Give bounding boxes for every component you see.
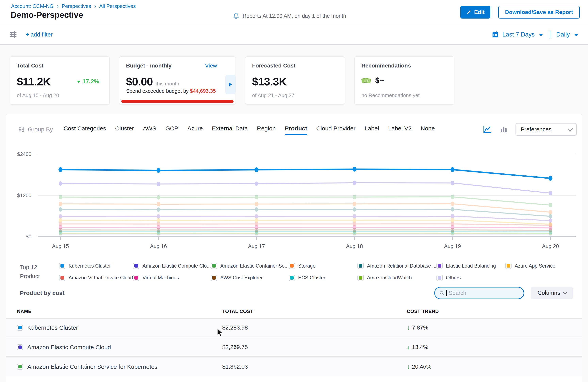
bell-icon: [233, 12, 239, 20]
budget-progress-bar: [121, 100, 233, 103]
tab-none[interactable]: None: [421, 125, 435, 134]
bar-chart-icon[interactable]: [499, 125, 508, 134]
tab-cost-categories[interactable]: Cost Categories: [64, 125, 106, 134]
tab-cluster[interactable]: Cluster: [115, 125, 134, 134]
color-swatch: [211, 263, 217, 269]
legend-label: AWS Cost Explorer: [220, 275, 263, 281]
table-row-kubernetes-cluster[interactable]: Kubernetes Cluster$2,283.98↓7.87%: [6, 319, 582, 337]
filter-bar: + add filter Last 7 Days Daily: [0, 25, 588, 45]
row-total-cost: $2,269.75: [222, 344, 407, 350]
columns-dropdown[interactable]: Columns: [531, 287, 573, 299]
tab-cloud-provider[interactable]: Cloud Provider: [316, 125, 356, 134]
recommendations-empty-text: no Recommendations yet: [361, 92, 420, 98]
add-filter-button[interactable]: + add filter: [26, 31, 53, 38]
row-name: Amazon Elastic Container Service for Kub…: [27, 363, 157, 370]
recommendations-value: $--: [375, 76, 384, 85]
color-swatch: [357, 275, 364, 281]
legend-item-aws-cost-explorer[interactable]: AWS Cost Explorer: [211, 275, 289, 281]
row-cost-trend: 13.4%: [412, 344, 428, 350]
tab-gcp[interactable]: GCP: [165, 125, 178, 134]
legend-caption-top: Top 12: [20, 263, 50, 272]
tab-azure[interactable]: Azure: [187, 125, 203, 134]
forecasted-cost-period: of Aug 21 - Aug 27: [252, 92, 294, 98]
legend-label: Amazon Elastic Container Se...: [220, 263, 289, 269]
download-save-report-button[interactable]: Download/Save as Report: [498, 6, 580, 19]
search-box[interactable]: [434, 287, 524, 299]
legend-label: Elastic Load Balancing: [446, 263, 496, 269]
tab-product[interactable]: Product: [285, 125, 307, 134]
tab-region[interactable]: Region: [257, 125, 276, 134]
legend-item-ecs-cluster[interactable]: ECS Cluster: [289, 275, 357, 281]
preferences-dropdown[interactable]: Preferences: [515, 123, 577, 136]
series-kubernetes-cluster: [59, 167, 552, 181]
legend-items: Kubernetes ClusterAmazon Elastic Compute…: [59, 263, 574, 281]
filter-sliders-icon[interactable]: [9, 30, 17, 39]
x-axis-label: Aug 18: [346, 243, 363, 249]
table-row-amazon-elastic-compute-cloud[interactable]: Amazon Elastic Compute Cloud$2,269.75↓13…: [6, 338, 582, 357]
budget-card: Budget - monthly View $0.00 this month S…: [119, 57, 236, 105]
summary-cards: Total Cost $11.2K 17.2% of Aug 15 - Aug …: [10, 57, 588, 105]
series-virtual-machines: [59, 225, 552, 230]
tab-aws[interactable]: AWS: [143, 125, 156, 134]
series-storage: [59, 202, 552, 214]
breadcrumb-account[interactable]: Account: CCM-NG: [11, 3, 54, 9]
breadcrumb-perspectives[interactable]: Perspectives: [62, 3, 91, 9]
color-swatch: [211, 275, 217, 281]
x-axis-label: Aug 20: [542, 243, 559, 249]
legend-label: ECS Cluster: [298, 275, 325, 281]
legend-caption: Top 12 Product: [20, 263, 50, 281]
group-by-label: Group By: [18, 126, 53, 133]
legend-item-kubernetes-cluster[interactable]: Kubernetes Cluster: [59, 263, 133, 269]
x-axis-label: Aug 19: [444, 243, 461, 249]
delta-down-icon: [77, 81, 80, 83]
tab-label-v2[interactable]: Label V2: [388, 125, 412, 134]
table-title: Product by cost: [20, 290, 65, 296]
granularity-selector[interactable]: Daily: [556, 31, 570, 38]
legend-label: Amazon Elastic Compute Clo...: [143, 263, 211, 269]
x-axis-label: Aug 16: [150, 243, 167, 249]
tab-external-data[interactable]: External Data: [212, 125, 248, 134]
arrow-right-icon: [229, 82, 232, 87]
row-cost-trend: 20.46%: [412, 363, 431, 370]
color-swatch: [289, 275, 295, 281]
legend-item-amazon-elastic-compute-clo[interactable]: Amazon Elastic Compute Clo...: [133, 263, 211, 269]
legend-item-amazoncloudwatch[interactable]: AmazonCloudWatch: [357, 275, 437, 281]
x-axis-label: Aug 17: [248, 243, 265, 249]
date-range-selector[interactable]: Last 7 Days: [502, 31, 535, 38]
legend-item-azure-app-service[interactable]: Azure App Service: [505, 263, 574, 269]
edit-button[interactable]: Edit: [460, 6, 490, 19]
report-schedule: Reports At 12:00 AM, on day 1 of the mon…: [233, 12, 346, 20]
legend-label: Others: [446, 275, 461, 281]
row-cost-trend: 7.87%: [412, 325, 428, 331]
legend-item-amazon-elastic-container-se[interactable]: Amazon Elastic Container Se...: [211, 263, 289, 269]
search-input[interactable]: [449, 290, 519, 296]
legend-item-amazon-virtual-private-cloud[interactable]: Amazon Virtual Private Cloud: [59, 275, 133, 281]
total-cost-card: Total Cost $11.2K 17.2% of Aug 15 - Aug …: [10, 57, 110, 105]
forecasted-cost-value: $13.3K: [252, 75, 338, 88]
legend-item-storage[interactable]: Storage: [289, 263, 357, 269]
row-total-cost: $1,362.03: [222, 363, 407, 370]
chevron-down-icon: [568, 126, 573, 131]
color-swatch: [17, 325, 23, 331]
tab-label[interactable]: Label: [365, 125, 379, 134]
row-name: Amazon Elastic Compute Cloud: [27, 344, 111, 351]
cost-line-chart[interactable]: $0$1200$2400Aug 15Aug 16Aug 17Aug 18Aug …: [6, 146, 576, 252]
legend-item-others[interactable]: Others: [437, 275, 505, 281]
legend-item-virtual-machines[interactable]: Virtual Machines: [133, 275, 211, 281]
edit-button-label: Edit: [474, 9, 485, 15]
granularity-caret-icon[interactable]: [574, 34, 578, 36]
breadcrumb: Account: CCM-NG › Perspectives › All Per…: [11, 3, 136, 9]
color-swatch: [437, 275, 443, 281]
total-cost-period: of Aug 15 - Aug 20: [17, 92, 59, 98]
line-chart-icon[interactable]: [483, 125, 492, 134]
topbar-actions: Edit Download/Save as Report: [460, 6, 580, 19]
table-row-amazon-elastic-container-service-for-kubernetes[interactable]: Amazon Elastic Container Service for Kub…: [6, 358, 582, 376]
breadcrumb-separator: ›: [57, 3, 59, 9]
date-range-caret-icon[interactable]: [539, 34, 543, 36]
budget-view-link[interactable]: View: [205, 62, 217, 69]
row-total-cost: $2,283.98: [222, 325, 407, 331]
legend-item-elastic-load-balancing[interactable]: Elastic Load Balancing: [437, 263, 505, 269]
budget-expand-button[interactable]: [225, 75, 235, 94]
legend-item-amazon-relational-database[interactable]: Amazon Relational Database ...: [357, 263, 437, 269]
breadcrumb-all-perspectives[interactable]: All Perspectives: [99, 3, 136, 9]
